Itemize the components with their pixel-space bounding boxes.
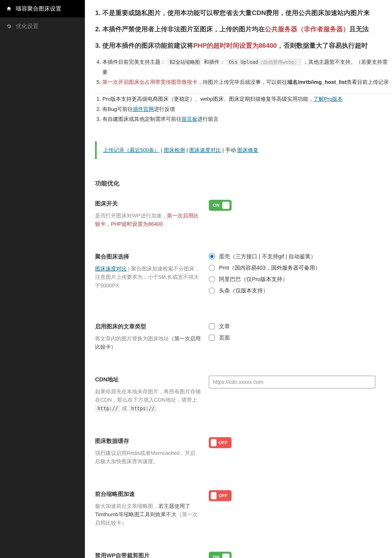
plugin-badge: Oss Upload（自动禁用webp）	[226, 59, 302, 66]
posttype-label: 启用图床的文章类型	[95, 323, 201, 330]
crop-toggle[interactable]: ON	[209, 552, 232, 558]
radio-danke[interactable]: 蛋壳（三方接口 | 不支持gif | 自动鉴黄）	[209, 253, 392, 260]
cdn-label: CDN地址	[95, 376, 201, 383]
radio-toutiao[interactable]: 头条（仅版本支持）	[209, 287, 392, 294]
imagehost-radio-group: 蛋壳（三方接口 | 不支持gif | 自动鉴黄） Prnt（国内容易403，国外…	[209, 253, 392, 298]
home-icon	[6, 6, 12, 12]
speed-compare-link[interactable]: 图床速度对比	[189, 147, 221, 153]
sidebar: 喵容聚合图床设置 优化设置	[0, 0, 85, 558]
check-page[interactable]: 页面	[209, 334, 392, 341]
note-3: 使用本插件的图床功能前建议将PHP的超时时间设置为86400，否则数据量大了容易…	[102, 41, 392, 50]
field-select: 聚合图床选择 图床速度对比 | 聚合图床加速检索不分图床，注意图片上传要求为：小…	[95, 253, 392, 298]
main-content: 不是重要或隐私图片，使用本功能可以帮您省去大量CDN费用，使用公共图床加速站内图…	[85, 0, 392, 558]
note-4: 本插件目前完美支持主题： B2全站缩略图 和插件： Oss Upload（自动禁…	[102, 57, 392, 77]
pro-note: Pro版本支持更高级电商图床（更稳定）、webp图床、图床定期扫描修复等高级实用…	[102, 94, 392, 104]
field-thumb: 前台缩略图加速 极大加速前台文章缩略图，若主题使用了Timthumb等缩略图工具…	[95, 490, 392, 527]
field-posttype: 启用图床的文章类型 将文章内的图片替换为图床地址（第一次启用比较卡） 文章 页面	[95, 323, 392, 351]
learn-pro-link[interactable]: 了解Pro版本	[314, 96, 343, 102]
thumb-label: 前台缩略图加速	[95, 490, 201, 498]
crop-label: 禁用WP自带裁剪图片	[95, 552, 201, 558]
check-post[interactable]: 文章	[209, 323, 392, 330]
notice-bar: 上传记录（最近500条） | 图床检测 | 图床速度对比 | 手动 图床修复	[95, 141, 392, 159]
note-1: 不是重要或隐私图片，使用本功能可以帮您省去大量CDN费用，使用公共图床加速站内图…	[102, 8, 392, 17]
cdn-input[interactable]	[209, 376, 375, 388]
switch-label: 图床开关	[95, 200, 201, 208]
manual-repair-link[interactable]: 图床修复	[237, 147, 258, 153]
gear-icon	[6, 23, 12, 29]
radio-prnt[interactable]: Prnt（国内容易403，国外服务器可备用）	[209, 264, 392, 271]
sidebar-item-imagehost[interactable]: 喵容聚合图床设置	[0, 0, 85, 17]
upload-log-link[interactable]: 上传记录（最近500条）	[103, 147, 159, 153]
select-label: 聚合图床选择	[95, 253, 201, 261]
speed-link-inline[interactable]: 图床速度对比	[95, 266, 127, 272]
note-5: 第一次开启图床会占用带宽传图导致很卡，待图片上传完毕后就没事，可以前往域名/mr…	[102, 77, 392, 87]
tertiary-notes: Pro版本支持更高级电商图床（更稳定）、webp图床、图床定期扫描修复等高级实用…	[95, 94, 392, 124]
important-notes: 不是重要或隐私图片，使用本功能可以帮您省去大量CDN费用，使用公共图床加速站内图…	[95, 8, 392, 50]
field-cdn: CDN地址 如果你原先在本地未存图片，将所有图片存储在CDN，那么在下方填入CD…	[95, 376, 392, 413]
custom-note: 有自建图床或其他定制需求可前往留言板进行留言	[102, 114, 392, 124]
note-2: 本插件严禁使用者上传非法图片至图床，上传的图片均在公共服务器（非作者服务器）且无…	[102, 24, 392, 34]
plugin-site-link[interactable]: 插件官网	[133, 106, 154, 112]
radio-alibaba[interactable]: 阿里巴巴（仅Pro版本支持）	[209, 276, 392, 283]
http-badge: http://	[95, 405, 121, 412]
https-badge: https://	[129, 405, 157, 412]
switch-toggle[interactable]: ON	[209, 200, 232, 211]
imghost-check-link[interactable]: 图床检测	[164, 147, 185, 153]
thumb-toggle[interactable]: OFF	[209, 490, 232, 501]
secondary-notes: 本插件目前完美支持主题： B2全站缩略图 和插件： Oss Upload（自动禁…	[95, 57, 392, 87]
theme-badge: B2全站缩略图	[167, 59, 202, 66]
section-title: 功能优化	[95, 179, 392, 188]
bug-note: 有Bug可前往插件官网进行反馈	[102, 104, 392, 114]
sidebar-item-label: 喵容聚合图床设置	[16, 5, 61, 13]
field-switch: 图床开关 是否打开图床对WP进行加速，第一次启用比较卡，PHP超时设置为8640…	[95, 200, 392, 228]
sidebar-item-label: 优化设置	[16, 22, 39, 30]
field-crop: 禁用WP自带裁剪图片 如果不禁用则可能前台缩略图异常 ON	[95, 552, 392, 558]
cache-label: 图床数据缓存	[95, 437, 201, 445]
posttype-checkbox-group: 文章 页面	[209, 323, 392, 351]
field-cache: 图床数据缓存 强烈建议启用Redis或者Memcached，开启后极大加快图床查…	[95, 437, 392, 466]
cache-toggle[interactable]: OFF	[209, 437, 232, 448]
message-board-link[interactable]: 留言板	[182, 116, 197, 122]
sidebar-item-optimize[interactable]: 优化设置	[0, 17, 85, 35]
